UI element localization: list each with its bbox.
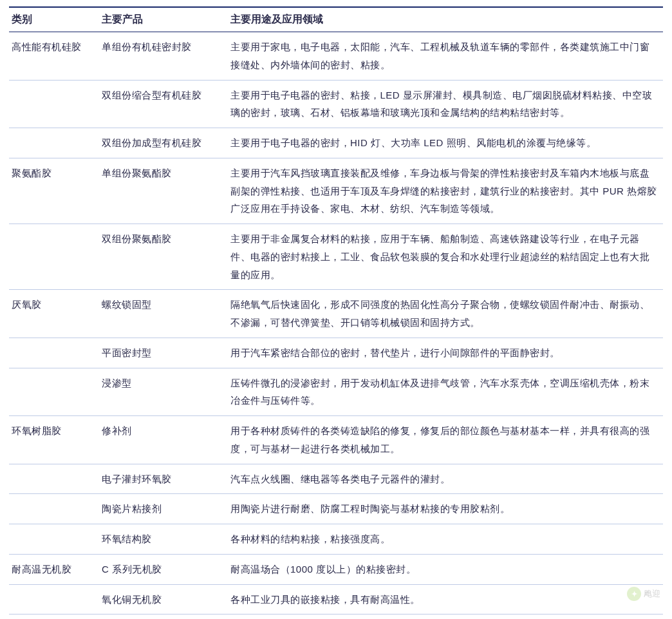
table-row: 双组份缩合型有机硅胶主要用于电子电器的密封、粘接，LED 显示屏灌封、模具制造、…	[9, 80, 663, 128]
table-row: 双组份加成型有机硅胶主要用于电子电器的密封，HID 灯、大功率 LED 照明、风…	[9, 128, 663, 158]
cell-usage: 主要用于家电，电子电器，太阳能，汽车、工程机械及轨道车辆的零部件，各类建筑施工中…	[228, 32, 663, 81]
cell-product: 环氧结构胶	[99, 524, 228, 555]
table-row: 厌氧胶螺纹锁固型隔绝氧气后快速固化，形成不同强度的热固化性高分子聚合物，使螺纹锁…	[9, 290, 663, 338]
cell-usage: 各种材料的结构粘接，粘接强度高。	[228, 524, 663, 555]
cell-product: 双组份聚氨酯胶	[99, 224, 228, 290]
cell-usage: 汽车点火线圈、继电器等各类电子元器件的灌封。	[228, 464, 663, 494]
cell-category: 环氧树脂胶	[9, 416, 99, 464]
cell-category	[9, 524, 99, 555]
cell-usage: 主要用于非金属复合材料的粘接，应用于车辆、船舶制造、高速铁路建设等行业，在电子元…	[228, 224, 663, 290]
cell-category: 高性能有机硅胶	[9, 32, 99, 81]
cell-product: 双组份加成型有机硅胶	[99, 128, 228, 158]
cell-product: C 系列无机胶	[99, 554, 228, 584]
cell-product: 浸渗型	[99, 368, 228, 416]
cell-usage: 压铸件微孔的浸渗密封，用于发动机缸体及进排气歧管，汽车水泵壳体，空调压缩机壳体，…	[228, 368, 663, 416]
table-row: 环氧树脂胶修补剂用于各种材质铸件的各类铸造缺陷的修复，修复后的部位颜色与基材基本…	[9, 416, 663, 464]
table-row: 陶瓷片粘接剂用陶瓷片进行耐磨、防腐工程时陶瓷与基材粘接的专用胶粘剂。	[9, 494, 663, 524]
cell-category: 聚氨酯胶	[9, 158, 99, 224]
cell-category: 厌氧胶	[9, 290, 99, 338]
table-row: 高性能有机硅胶单组份有机硅密封胶主要用于家电，电子电器，太阳能，汽车、工程机械及…	[9, 32, 663, 81]
cell-product: 单组份聚氨酯胶	[99, 158, 228, 224]
table-row: 电子灌封环氧胶汽车点火线圈、继电器等各类电子元器件的灌封。	[9, 464, 663, 494]
cell-usage: 主要用于电子电器的密封、粘接，LED 显示屏灌封、模具制造、电厂烟囱脱硫材料粘接…	[228, 80, 663, 128]
table-row: UV 系胶UV 光固化胶一种通过紫外线照射而快速固化的胶粘剂，主要用于电子元器件…	[9, 614, 663, 619]
cell-category: 耐高温无机胶	[9, 554, 99, 584]
cell-usage: 主要用于电子电器的密封，HID 灯、大功率 LED 照明、风能电机的涂覆与绝缘等…	[228, 128, 663, 158]
cell-product: 陶瓷片粘接剂	[99, 494, 228, 524]
cell-usage: 用于汽车紧密结合部位的密封，替代垫片，进行小间隙部件的平面静密封。	[228, 338, 663, 368]
table-row: 耐高温无机胶C 系列无机胶耐高温场合（1000 度以上）的粘接密封。	[9, 554, 663, 584]
table-row: 双组份聚氨酯胶主要用于非金属复合材料的粘接，应用于车辆、船舶制造、高速铁路建设等…	[9, 224, 663, 290]
cell-category	[9, 494, 99, 524]
cell-category	[9, 224, 99, 290]
cell-product: 单组份有机硅密封胶	[99, 32, 228, 81]
cell-product: UV 光固化胶	[99, 614, 228, 619]
cell-category	[9, 584, 99, 614]
cell-usage: 用陶瓷片进行耐磨、防腐工程时陶瓷与基材粘接的专用胶粘剂。	[228, 494, 663, 524]
cell-category	[9, 128, 99, 158]
cell-usage: 用于各种材质铸件的各类铸造缺陷的修复，修复后的部位颜色与基材基本一样，并具有很高…	[228, 416, 663, 464]
cell-product: 平面密封型	[99, 338, 228, 368]
cell-category	[9, 80, 99, 128]
cell-product: 双组份缩合型有机硅胶	[99, 80, 228, 128]
header-row: 类别 主要产品 主要用途及应用领域	[9, 7, 663, 32]
cell-category	[9, 464, 99, 494]
header-product: 主要产品	[99, 7, 228, 32]
cell-product: 电子灌封环氧胶	[99, 464, 228, 494]
cell-usage: 各种工业刀具的嵌接粘接，具有耐高温性。	[228, 584, 663, 614]
cell-category	[9, 368, 99, 416]
cell-usage: 主要用于汽车风挡玻璃直接装配及维修，车身边板与骨架的弹性粘接密封及车箱内木地板与…	[228, 158, 663, 224]
cell-product: 氧化铜无机胶	[99, 584, 228, 614]
table-row: 浸渗型压铸件微孔的浸渗密封，用于发动机缸体及进排气歧管，汽车水泵壳体，空调压缩机…	[9, 368, 663, 416]
cell-usage: 一种通过紫外线照射而快速固化的胶粘剂，主要用于电子元器件、LCD 显示屏、医疗器…	[228, 614, 663, 619]
table-row: 平面密封型用于汽车紧密结合部位的密封，替代垫片，进行小间隙部件的平面静密封。	[9, 338, 663, 368]
cell-usage: 耐高温场合（1000 度以上）的粘接密封。	[228, 554, 663, 584]
cell-usage: 隔绝氧气后快速固化，形成不同强度的热固化性高分子聚合物，使螺纹锁固件耐冲击、耐振…	[228, 290, 663, 338]
table-row: 环氧结构胶各种材料的结构粘接，粘接强度高。	[9, 524, 663, 555]
cell-category	[9, 338, 99, 368]
header-usage: 主要用途及应用领域	[228, 7, 663, 32]
cell-category: UV 系胶	[9, 614, 99, 619]
header-category: 类别	[9, 7, 99, 32]
cell-product: 修补剂	[99, 416, 228, 464]
cell-product: 螺纹锁固型	[99, 290, 228, 338]
table-row: 聚氨酯胶单组份聚氨酯胶主要用于汽车风挡玻璃直接装配及维修，车身边板与骨架的弹性粘…	[9, 158, 663, 224]
table-row: 氧化铜无机胶各种工业刀具的嵌接粘接，具有耐高温性。	[9, 584, 663, 614]
adhesive-classification-table: 类别 主要产品 主要用途及应用领域 高性能有机硅胶单组份有机硅密封胶主要用于家电…	[9, 6, 663, 619]
